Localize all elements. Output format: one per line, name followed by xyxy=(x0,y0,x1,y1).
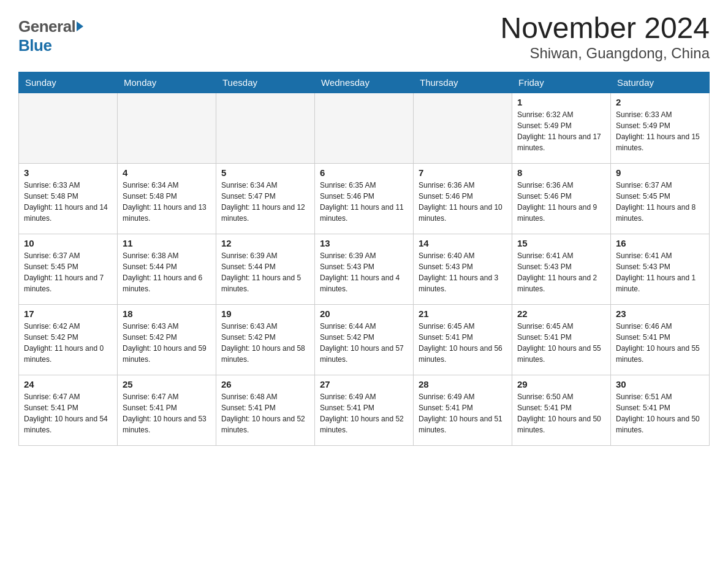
calendar-cell: 21Sunrise: 6:45 AMSunset: 5:41 PMDayligh… xyxy=(414,304,512,375)
calendar-week-row: 3Sunrise: 6:33 AMSunset: 5:48 PMDaylight… xyxy=(19,163,710,234)
day-info: Sunrise: 6:47 AMSunset: 5:41 PMDaylight:… xyxy=(24,391,112,435)
logo-general-text: General xyxy=(18,17,75,36)
day-number: 2 xyxy=(616,97,704,107)
day-number: 16 xyxy=(616,238,704,248)
calendar-cell: 14Sunrise: 6:40 AMSunset: 5:43 PMDayligh… xyxy=(414,234,512,304)
calendar-week-row: 24Sunrise: 6:47 AMSunset: 5:41 PMDayligh… xyxy=(19,375,710,445)
day-number: 13 xyxy=(320,238,408,248)
calendar-cell: 8Sunrise: 6:36 AMSunset: 5:46 PMDaylight… xyxy=(512,163,611,234)
day-info: Sunrise: 6:37 AMSunset: 5:45 PMDaylight:… xyxy=(24,250,112,294)
day-number: 15 xyxy=(517,238,605,248)
day-number: 19 xyxy=(221,308,309,319)
day-number: 9 xyxy=(616,167,704,178)
calendar-cell: 1Sunrise: 6:32 AMSunset: 5:49 PMDaylight… xyxy=(512,93,611,163)
calendar-cell: 24Sunrise: 6:47 AMSunset: 5:41 PMDayligh… xyxy=(19,375,118,445)
calendar-cell: 10Sunrise: 6:37 AMSunset: 5:45 PMDayligh… xyxy=(19,234,118,304)
header-thursday: Thursday xyxy=(414,72,512,93)
day-info: Sunrise: 6:43 AMSunset: 5:42 PMDaylight:… xyxy=(221,321,309,365)
calendar-header-row: SundayMondayTuesdayWednesdayThursdayFrid… xyxy=(19,72,710,93)
day-number: 28 xyxy=(419,379,507,389)
logo-line2: Blue xyxy=(18,36,83,55)
day-info: Sunrise: 6:32 AMSunset: 5:49 PMDaylight:… xyxy=(517,109,605,153)
day-info: Sunrise: 6:43 AMSunset: 5:42 PMDaylight:… xyxy=(123,321,211,365)
day-info: Sunrise: 6:47 AMSunset: 5:41 PMDaylight:… xyxy=(123,391,211,435)
day-number: 23 xyxy=(616,308,704,319)
location-title: Shiwan, Guangdong, China xyxy=(500,45,710,62)
day-number: 6 xyxy=(320,167,408,178)
calendar-cell: 18Sunrise: 6:43 AMSunset: 5:42 PMDayligh… xyxy=(118,304,216,375)
day-info: Sunrise: 6:34 AMSunset: 5:48 PMDaylight:… xyxy=(123,180,211,224)
day-info: Sunrise: 6:37 AMSunset: 5:45 PMDaylight:… xyxy=(616,180,704,224)
day-info: Sunrise: 6:38 AMSunset: 5:44 PMDaylight:… xyxy=(123,250,211,294)
day-number: 14 xyxy=(419,238,507,248)
day-info: Sunrise: 6:49 AMSunset: 5:41 PMDaylight:… xyxy=(419,391,507,435)
day-info: Sunrise: 6:41 AMSunset: 5:43 PMDaylight:… xyxy=(616,250,704,294)
day-info: Sunrise: 6:48 AMSunset: 5:41 PMDaylight:… xyxy=(221,391,309,435)
month-title: November 2024 xyxy=(500,12,710,45)
day-number: 29 xyxy=(517,379,605,389)
day-number: 27 xyxy=(320,379,408,389)
calendar-cell: 26Sunrise: 6:48 AMSunset: 5:41 PMDayligh… xyxy=(216,375,315,445)
day-info: Sunrise: 6:42 AMSunset: 5:42 PMDaylight:… xyxy=(24,321,112,365)
calendar-cell: 13Sunrise: 6:39 AMSunset: 5:43 PMDayligh… xyxy=(315,234,414,304)
day-number: 26 xyxy=(221,379,309,389)
header-friday: Friday xyxy=(512,72,611,93)
calendar-cell: 4Sunrise: 6:34 AMSunset: 5:48 PMDaylight… xyxy=(118,163,216,234)
calendar-cell: 30Sunrise: 6:51 AMSunset: 5:41 PMDayligh… xyxy=(611,375,710,445)
day-number: 4 xyxy=(123,167,211,178)
calendar-cell xyxy=(216,93,315,163)
calendar-cell: 29Sunrise: 6:50 AMSunset: 5:41 PMDayligh… xyxy=(512,375,611,445)
day-info: Sunrise: 6:34 AMSunset: 5:47 PMDaylight:… xyxy=(221,180,309,224)
day-number: 17 xyxy=(24,308,112,319)
day-info: Sunrise: 6:36 AMSunset: 5:46 PMDaylight:… xyxy=(419,180,507,224)
day-info: Sunrise: 6:51 AMSunset: 5:41 PMDaylight:… xyxy=(616,391,704,435)
calendar-cell: 6Sunrise: 6:35 AMSunset: 5:46 PMDaylight… xyxy=(315,163,414,234)
calendar-cell: 5Sunrise: 6:34 AMSunset: 5:47 PMDaylight… xyxy=(216,163,315,234)
calendar-week-row: 10Sunrise: 6:37 AMSunset: 5:45 PMDayligh… xyxy=(19,234,710,304)
day-info: Sunrise: 6:39 AMSunset: 5:43 PMDaylight:… xyxy=(320,250,408,294)
page-header: General Blue November 2024 Shiwan, Guang… xyxy=(18,12,710,62)
day-number: 30 xyxy=(616,379,704,389)
calendar-cell xyxy=(414,93,512,163)
day-info: Sunrise: 6:49 AMSunset: 5:41 PMDaylight:… xyxy=(320,391,408,435)
calendar-cell: 17Sunrise: 6:42 AMSunset: 5:42 PMDayligh… xyxy=(19,304,118,375)
day-number: 1 xyxy=(517,97,605,107)
header-sunday: Sunday xyxy=(19,72,118,93)
calendar-cell: 3Sunrise: 6:33 AMSunset: 5:48 PMDaylight… xyxy=(19,163,118,234)
header-tuesday: Tuesday xyxy=(216,72,315,93)
day-number: 21 xyxy=(419,308,507,319)
day-number: 8 xyxy=(517,167,605,178)
calendar-cell: 16Sunrise: 6:41 AMSunset: 5:43 PMDayligh… xyxy=(611,234,710,304)
calendar-cell: 27Sunrise: 6:49 AMSunset: 5:41 PMDayligh… xyxy=(315,375,414,445)
day-number: 22 xyxy=(517,308,605,319)
day-number: 24 xyxy=(24,379,112,389)
day-info: Sunrise: 6:45 AMSunset: 5:41 PMDaylight:… xyxy=(517,321,605,365)
day-info: Sunrise: 6:40 AMSunset: 5:43 PMDaylight:… xyxy=(419,250,507,294)
logo: General Blue xyxy=(18,12,83,60)
day-info: Sunrise: 6:41 AMSunset: 5:43 PMDaylight:… xyxy=(517,250,605,294)
day-number: 18 xyxy=(123,308,211,319)
calendar-cell: 2Sunrise: 6:33 AMSunset: 5:49 PMDaylight… xyxy=(611,93,710,163)
day-number: 3 xyxy=(24,167,112,178)
calendar-week-row: 17Sunrise: 6:42 AMSunset: 5:42 PMDayligh… xyxy=(19,304,710,375)
day-info: Sunrise: 6:46 AMSunset: 5:41 PMDaylight:… xyxy=(616,321,704,365)
calendar-table: SundayMondayTuesdayWednesdayThursdayFrid… xyxy=(18,72,710,446)
header-wednesday: Wednesday xyxy=(315,72,414,93)
calendar-cell: 7Sunrise: 6:36 AMSunset: 5:46 PMDaylight… xyxy=(414,163,512,234)
calendar-cell: 28Sunrise: 6:49 AMSunset: 5:41 PMDayligh… xyxy=(414,375,512,445)
calendar-cell xyxy=(118,93,216,163)
day-number: 20 xyxy=(320,308,408,319)
day-info: Sunrise: 6:39 AMSunset: 5:44 PMDaylight:… xyxy=(221,250,309,294)
day-info: Sunrise: 6:33 AMSunset: 5:49 PMDaylight:… xyxy=(616,109,704,153)
logo-line1: General xyxy=(18,17,83,36)
day-info: Sunrise: 6:44 AMSunset: 5:42 PMDaylight:… xyxy=(320,321,408,365)
day-number: 7 xyxy=(419,167,507,178)
day-number: 10 xyxy=(24,238,112,248)
day-number: 5 xyxy=(221,167,309,178)
calendar-cell xyxy=(19,93,118,163)
calendar-cell: 23Sunrise: 6:46 AMSunset: 5:41 PMDayligh… xyxy=(611,304,710,375)
day-info: Sunrise: 6:45 AMSunset: 5:41 PMDaylight:… xyxy=(419,321,507,365)
calendar-cell: 15Sunrise: 6:41 AMSunset: 5:43 PMDayligh… xyxy=(512,234,611,304)
calendar-cell: 25Sunrise: 6:47 AMSunset: 5:41 PMDayligh… xyxy=(118,375,216,445)
calendar-cell: 12Sunrise: 6:39 AMSunset: 5:44 PMDayligh… xyxy=(216,234,315,304)
